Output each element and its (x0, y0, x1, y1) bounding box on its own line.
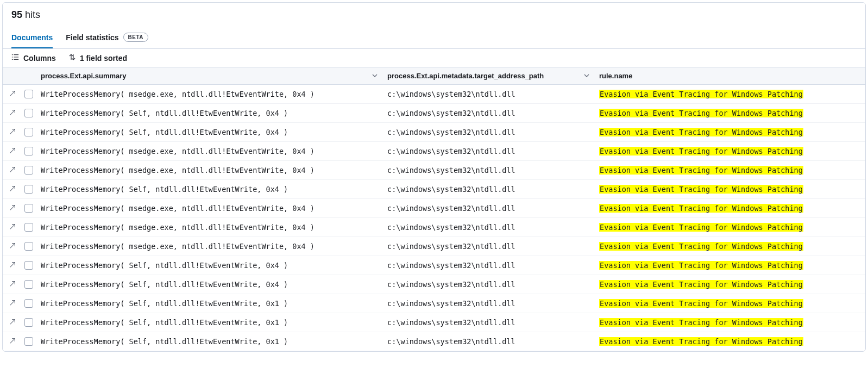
expand-row-icon[interactable] (8, 337, 17, 346)
expand-row-icon[interactable] (8, 166, 17, 175)
cell-summary[interactable]: WriteProcessMemory( Self, ntdll.dll!EtwE… (35, 313, 382, 332)
hits-label: hits (25, 9, 40, 20)
cell-summary[interactable]: WriteProcessMemory( msedge.exe, ntdll.dl… (35, 85, 382, 104)
expand-row-icon[interactable] (8, 261, 17, 270)
table-row: WriteProcessMemory( msedge.exe, ntdll.dl… (3, 85, 865, 104)
tab-documents[interactable]: Documents (11, 28, 53, 48)
expand-cell (3, 123, 19, 142)
cell-path[interactable]: c:\windows\system32\ntdll.dll (382, 237, 594, 256)
expand-row-icon[interactable] (8, 185, 17, 194)
table-header-row: process.Ext.api.summary process.Ext.api.… (3, 67, 865, 85)
select-cell (19, 275, 35, 294)
expand-cell (3, 85, 19, 104)
cell-rule[interactable]: Evasion via Event Tracing for Windows Pa… (594, 275, 865, 294)
tab-field-statistics-label: Field statistics (66, 33, 118, 42)
cell-summary[interactable]: WriteProcessMemory( Self, ntdll.dll!EtwE… (35, 332, 382, 351)
select-cell (19, 218, 35, 237)
row-checkbox[interactable] (24, 318, 33, 327)
cell-summary[interactable]: WriteProcessMemory( msedge.exe, ntdll.dl… (35, 142, 382, 161)
cell-summary[interactable]: WriteProcessMemory( Self, ntdll.dll!EtwE… (35, 104, 382, 123)
row-checkbox[interactable] (24, 128, 33, 136)
cell-rule[interactable]: Evasion via Event Tracing for Windows Pa… (594, 218, 865, 237)
sort-icon (69, 53, 76, 63)
cell-summary[interactable]: WriteProcessMemory( Self, ntdll.dll!EtwE… (35, 123, 382, 142)
expand-row-icon[interactable] (8, 128, 17, 136)
table-row: WriteProcessMemory( Self, ntdll.dll!EtwE… (3, 294, 865, 313)
columns-label: Columns (23, 54, 56, 63)
results-table: process.Ext.api.summary process.Ext.api.… (3, 67, 865, 351)
expand-row-icon[interactable] (8, 109, 17, 117)
select-cell (19, 142, 35, 161)
select-cell (19, 104, 35, 123)
expand-row-icon[interactable] (8, 318, 17, 327)
cell-rule[interactable]: Evasion via Event Tracing for Windows Pa… (594, 237, 865, 256)
cell-path[interactable]: c:\windows\system32\ntdll.dll (382, 218, 594, 237)
expand-row-icon[interactable] (8, 223, 17, 232)
header-rule[interactable]: rule.name (594, 67, 865, 85)
cell-path[interactable]: c:\windows\system32\ntdll.dll (382, 85, 594, 104)
rule-highlight: Evasion via Event Tracing for Windows Pa… (599, 185, 803, 194)
cell-summary[interactable]: WriteProcessMemory( Self, ntdll.dll!EtwE… (35, 275, 382, 294)
cell-rule[interactable]: Evasion via Event Tracing for Windows Pa… (594, 332, 865, 351)
cell-rule[interactable]: Evasion via Event Tracing for Windows Pa… (594, 199, 865, 218)
expand-row-icon[interactable] (8, 299, 17, 308)
expand-row-icon[interactable] (8, 147, 17, 156)
cell-rule[interactable]: Evasion via Event Tracing for Windows Pa… (594, 123, 865, 142)
row-checkbox[interactable] (24, 280, 33, 289)
table-row: WriteProcessMemory( Self, ntdll.dll!EtwE… (3, 332, 865, 351)
cell-path[interactable]: c:\windows\system32\ntdll.dll (382, 294, 594, 313)
expand-row-icon[interactable] (8, 280, 17, 289)
cell-path[interactable]: c:\windows\system32\ntdll.dll (382, 332, 594, 351)
cell-path[interactable]: c:\windows\system32\ntdll.dll (382, 104, 594, 123)
cell-path[interactable]: c:\windows\system32\ntdll.dll (382, 123, 594, 142)
header-rule-label: rule.name (599, 72, 632, 80)
cell-summary[interactable]: WriteProcessMemory( Self, ntdll.dll!EtwE… (35, 180, 382, 199)
sort-button[interactable]: 1 field sorted (69, 53, 127, 63)
cell-rule[interactable]: Evasion via Event Tracing for Windows Pa… (594, 256, 865, 275)
cell-summary[interactable]: WriteProcessMemory( msedge.exe, ntdll.dl… (35, 161, 382, 180)
rule-highlight: Evasion via Event Tracing for Windows Pa… (599, 128, 803, 136)
row-checkbox[interactable] (24, 261, 33, 270)
cell-summary[interactable]: WriteProcessMemory( msedge.exe, ntdll.dl… (35, 218, 382, 237)
cell-rule[interactable]: Evasion via Event Tracing for Windows Pa… (594, 294, 865, 313)
rule-highlight: Evasion via Event Tracing for Windows Pa… (599, 223, 803, 232)
table-row: WriteProcessMemory( msedge.exe, ntdll.dl… (3, 142, 865, 161)
row-checkbox[interactable] (24, 223, 33, 232)
expand-cell (3, 180, 19, 199)
expand-row-icon[interactable] (8, 90, 17, 98)
cell-summary[interactable]: WriteProcessMemory( Self, ntdll.dll!EtwE… (35, 256, 382, 275)
cell-path[interactable]: c:\windows\system32\ntdll.dll (382, 199, 594, 218)
tab-field-statistics[interactable]: Field statistics BETA (66, 27, 148, 48)
cell-path[interactable]: c:\windows\system32\ntdll.dll (382, 275, 594, 294)
cell-rule[interactable]: Evasion via Event Tracing for Windows Pa… (594, 161, 865, 180)
header-summary[interactable]: process.Ext.api.summary (35, 67, 382, 85)
cell-path[interactable]: c:\windows\system32\ntdll.dll (382, 142, 594, 161)
row-checkbox[interactable] (24, 166, 33, 175)
row-checkbox[interactable] (24, 299, 33, 308)
cell-rule[interactable]: Evasion via Event Tracing for Windows Pa… (594, 104, 865, 123)
cell-path[interactable]: c:\windows\system32\ntdll.dll (382, 256, 594, 275)
sort-label: 1 field sorted (80, 54, 127, 63)
cell-rule[interactable]: Evasion via Event Tracing for Windows Pa… (594, 313, 865, 332)
columns-button[interactable]: Columns (11, 53, 56, 63)
cell-rule[interactable]: Evasion via Event Tracing for Windows Pa… (594, 85, 865, 104)
row-checkbox[interactable] (24, 185, 33, 194)
row-checkbox[interactable] (24, 337, 33, 346)
expand-row-icon[interactable] (8, 204, 17, 213)
cell-summary[interactable]: WriteProcessMemory( Self, ntdll.dll!EtwE… (35, 294, 382, 313)
cell-summary[interactable]: WriteProcessMemory( msedge.exe, ntdll.dl… (35, 199, 382, 218)
cell-path[interactable]: c:\windows\system32\ntdll.dll (382, 313, 594, 332)
rule-highlight: Evasion via Event Tracing for Windows Pa… (599, 261, 803, 270)
cell-rule[interactable]: Evasion via Event Tracing for Windows Pa… (594, 180, 865, 199)
row-checkbox[interactable] (24, 204, 33, 213)
row-checkbox[interactable] (24, 242, 33, 251)
row-checkbox[interactable] (24, 147, 33, 156)
cell-rule[interactable]: Evasion via Event Tracing for Windows Pa… (594, 142, 865, 161)
cell-summary[interactable]: WriteProcessMemory( msedge.exe, ntdll.dl… (35, 237, 382, 256)
cell-path[interactable]: c:\windows\system32\ntdll.dll (382, 161, 594, 180)
row-checkbox[interactable] (24, 90, 33, 98)
expand-row-icon[interactable] (8, 242, 17, 251)
cell-path[interactable]: c:\windows\system32\ntdll.dll (382, 180, 594, 199)
header-path[interactable]: process.Ext.api.metadata.target_address_… (382, 67, 594, 85)
row-checkbox[interactable] (24, 109, 33, 117)
